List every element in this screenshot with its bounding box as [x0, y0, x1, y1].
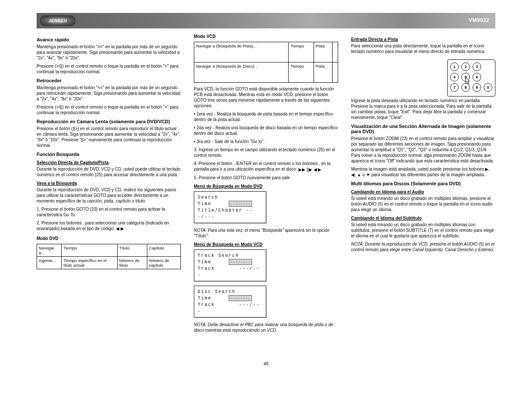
pbc-intro: Para VCD, la función GOTO está disponibl…: [194, 86, 338, 109]
multi-title: Multi Idiomas para Discos (Solamente par…: [351, 181, 495, 186]
note-1: NOTA: Para una sola vez, el menú "Búsque…: [194, 227, 338, 239]
subtitle-sub: Cambiando el Idioma del Subtítulo: [351, 216, 495, 221]
rw-p2: Presione (>/||) en el control remoto o t…: [37, 104, 181, 115]
vcd-table-cell: [332, 42, 338, 62]
step-1: 1. Presione el botón GOTO (20) en el con…: [37, 206, 181, 218]
audio-sub: Cambiando en Idioma para el Audio: [351, 190, 495, 194]
right-arrow-icon: ▶: [485, 167, 488, 171]
key-6[interactable]: 6: [473, 73, 481, 81]
note-3: NOTA: Durante la reproducción de VCD, pr…: [351, 241, 495, 252]
step-2: 2. Presione los botones , para seleccion…: [37, 220, 181, 231]
key-4[interactable]: 4: [450, 73, 459, 81]
vcd-disc-search-box: Disc Search Time --:--:-- Track ---/---: [194, 286, 266, 318]
ff-icon: ▶▶: [299, 167, 305, 172]
dvd-table-cell: Número de capítulo: [147, 257, 180, 269]
rewind-title: Retroceder: [37, 78, 181, 83]
page-number: 49: [0, 361, 532, 366]
step-4: 4. Presione el botón , /ENTER en el cont…: [194, 161, 338, 172]
box-line: Track ---/---: [198, 302, 262, 314]
vcd-table-cell: Tiempo: [289, 62, 314, 83]
time-box: --:--:--: [229, 295, 252, 301]
box-line: Disc Search: [198, 289, 262, 295]
pbc-li1: • 1era vez - Realiza la búsqueda de pist…: [194, 111, 338, 122]
vcd-search-menu-sub: Menú de Búsqueda en Modo VCD: [194, 242, 338, 247]
dvd-search-menu-sub: Menú de Búsqueda en Modo DVD: [194, 184, 338, 189]
vz-p2-pre: Mientras la imagen está ampliada, usted …: [351, 167, 485, 171]
note-2: NOTA: Debe desactivar el PBC para realiz…: [194, 322, 338, 333]
direct-p: Durante la reproducción de DVD, VCD y CD…: [37, 166, 181, 177]
box-label: Track: [198, 266, 215, 271]
header-bar: JENSEN VM9022: [37, 13, 495, 28]
vcd-table-title: Modo VCD: [194, 34, 338, 39]
goto-p: Durante la reproducción de DVD, VCD y CD…: [37, 187, 181, 204]
key-0[interactable]: 0: [484, 83, 492, 92]
box-line: Time --:--:--: [198, 295, 262, 302]
box-label: Track: [198, 302, 215, 307]
brand-logo: JENSEN: [40, 16, 75, 26]
box-line: Track Search: [198, 252, 262, 259]
box-line: Time --:--:--: [198, 259, 262, 265]
time-box: --:--:--: [229, 201, 252, 207]
vz-p: Presione el botón ZOOM (23) en el contro…: [351, 136, 495, 164]
ff-title: Avance rápido: [37, 37, 181, 42]
box-line: Title/Chapter ---/---: [198, 207, 262, 220]
key-7[interactable]: 7: [450, 83, 459, 92]
vcd-table-cell: [332, 62, 338, 83]
down-arrow-icon: ▼: [366, 172, 370, 177]
time-box: --:--:--: [229, 259, 252, 265]
dvd-table-title: Modo DVD: [37, 236, 181, 241]
dvd-table-cell: Navegar a...: [37, 244, 62, 257]
vz-p2: Mientras la imagen está ampliada, usted …: [351, 166, 495, 177]
key-8[interactable]: 8: [461, 83, 470, 92]
box-label: Time: [198, 260, 212, 265]
ff-p2: Presione (>/||) en el control remoto o t…: [37, 63, 181, 75]
vcd-mode-table: Navegar a (Búsqueda de Pista)... Tiempo …: [194, 42, 338, 83]
viewzoom-title: Visualización de una Sección Alternada d…: [351, 124, 495, 134]
dvd-table-cell: Tiempo: [62, 244, 117, 257]
left-arrow-icon: ◀: [116, 226, 119, 231]
dvd-table-cell: Título: [117, 244, 147, 257]
vcd-table-cell: Pista: [314, 62, 332, 83]
dvd-search-menu-box: Search Time --:--:-- Title/Chapter ---/-…: [194, 191, 266, 223]
column-left: Avance rápido Mantenga presionado el bot…: [37, 34, 181, 336]
dvd-table-cell: Ingrese...: [37, 257, 62, 269]
box-line: Time --:--:--: [198, 201, 262, 207]
rw-p1: Mantenga presionado el botón "<<" en la …: [37, 85, 181, 102]
dvd-mode-table: Navegar a... Tiempo Título Capítulo Ingr…: [37, 244, 181, 269]
slow-p: Presione el botón (||>) en el control re…: [37, 126, 181, 148]
vz-p2-post: para visualizar las diferentes partes de…: [371, 172, 485, 177]
vcd-table-cell: Tiempo: [289, 42, 314, 62]
step-5: 5. Presione el botón GOTO nuevamente par…: [194, 175, 338, 181]
pbc-li2: • 2da vez - Realiza una búsqueda de disc…: [194, 125, 338, 136]
column-right: Entrada Directa a Pista Para seleccionar…: [351, 34, 495, 336]
left-arrow-icon: ◀: [314, 167, 317, 172]
left-arrow-icon: ◀: [351, 172, 355, 177]
dvd-table-cell: Tiempo específico en el título actual: [62, 257, 117, 269]
key-1[interactable]: 1: [450, 62, 459, 71]
key-9[interactable]: 9: [473, 83, 481, 92]
search-heading: Función Búsqueda: [37, 152, 181, 157]
vcd-table-cell: Navegar a (Búsqueda de Pista)...: [194, 42, 289, 62]
vcd-table-cell: Navegar a (Búsqueda de Disco)...: [194, 62, 289, 83]
slow-title: Reproducción en Cámara Lenta (solamente …: [37, 119, 181, 124]
key-5[interactable]: 5: [461, 73, 470, 81]
keypad: 1 2 3 4 5 6 7 8 9 0: [447, 59, 495, 97]
key-3[interactable]: 3: [473, 62, 481, 71]
box-line: Search: [198, 194, 262, 201]
model-label: VM9022: [469, 17, 489, 23]
box-label: Time: [198, 296, 212, 301]
goto-subhead: Vaya a la Búsqueda: [37, 181, 181, 186]
dvd-table-cell: Capítulo: [147, 244, 180, 257]
right-arrow-icon: ▶: [121, 226, 124, 231]
key-2[interactable]: 2: [461, 62, 470, 71]
box-label: Time: [198, 202, 212, 206]
pbc-li3: • 3ra vez - Sale de la función "Go to".: [194, 139, 338, 144]
box-line: Track ---/---: [198, 265, 262, 278]
dvd-table-cell: Número de título: [117, 257, 147, 269]
direct-subhead: Selección Directa de Capítulo/Pista: [37, 160, 181, 165]
vcd-table-cell: Pista: [314, 42, 332, 62]
column-middle: Modo VCD Navegar a (Búsqueda de Pista)..…: [194, 34, 338, 336]
frame-forward-icon: ||▶: [307, 167, 312, 172]
vcd-track-search-box: Track Search Time --:--:-- Track ---/---: [194, 249, 266, 281]
right-arrow-icon: ▶: [318, 167, 321, 172]
